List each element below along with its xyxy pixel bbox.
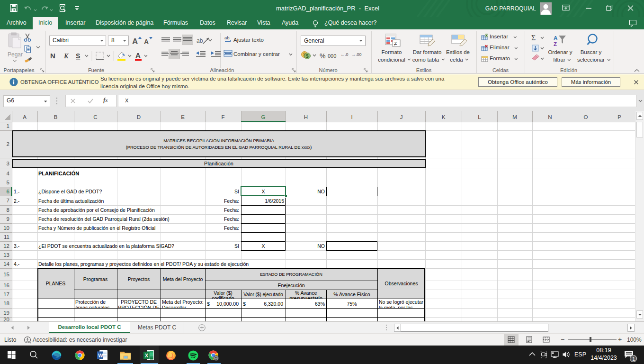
svg-text:Fecha de última actualización: Fecha de última actualización: [38, 198, 104, 204]
svg-text:18: 18: [3, 300, 9, 306]
svg-text:15: 15: [3, 272, 9, 277]
svg-text:9: 9: [7, 216, 9, 222]
svg-text:6,320.00: 6,320.00: [264, 301, 283, 307]
svg-text:000: 000: [328, 53, 336, 59]
svg-text:N: N: [50, 52, 55, 60]
svg-text:17: 17: [3, 291, 9, 297]
svg-text:K: K: [442, 114, 446, 120]
svg-text:1: 1: [7, 123, 9, 129]
svg-text:Fecha:: Fecha:: [224, 198, 239, 204]
svg-text:20: 20: [3, 317, 9, 322]
svg-text:13: 13: [3, 252, 9, 258]
svg-text:X: X: [261, 189, 265, 194]
svg-text:Z: Z: [554, 41, 557, 47]
svg-text:¿El PDOT se encuentra actualiz: ¿El PDOT se encuentra actualizado en la …: [38, 243, 174, 249]
svg-text:Valor ($) ejecutado: Valor ($) ejecutado: [243, 292, 283, 297]
svg-text:→.00: →.00: [351, 52, 362, 57]
svg-text:$: $: [243, 301, 246, 307]
svg-text:PROYECTO DE: PROYECTO DE: [121, 299, 157, 305]
svg-text:E: E: [181, 114, 185, 120]
svg-text:Proyectos: Proyectos: [128, 276, 150, 282]
svg-text:63%: 63%: [315, 301, 325, 307]
svg-text:1: 1: [632, 356, 635, 362]
svg-text:W: W: [98, 353, 103, 358]
svg-text:D: D: [137, 114, 141, 120]
svg-text:14: 14: [3, 261, 9, 267]
svg-text:L: L: [478, 114, 481, 120]
svg-text:A: A: [144, 38, 149, 46]
svg-text:Fecha:: Fecha:: [224, 207, 239, 213]
svg-text:6: 6: [7, 189, 9, 194]
svg-text:16: 16: [3, 282, 9, 288]
svg-text:Meta del Proyecto: Meta del Proyecto: [163, 276, 203, 282]
svg-text:X: X: [145, 353, 148, 358]
svg-text:Fecha y Número de publicación: Fecha y Número de publicación en el Regi…: [38, 225, 155, 231]
svg-text:ab: ab: [197, 37, 203, 44]
svg-text:G: G: [261, 114, 266, 120]
svg-text:←.0: ←.0: [340, 52, 349, 57]
svg-text:ESTADO DE PROGRAMACIÓN: ESTADO DE PROGRAMACIÓN: [260, 272, 322, 277]
svg-text:NO: NO: [317, 189, 325, 194]
svg-text:$: $: [207, 301, 210, 307]
svg-text:% Avance: % Avance: [295, 290, 317, 296]
svg-text:Enejecución: Enejecución: [277, 282, 304, 288]
svg-text:Σ: Σ: [531, 34, 536, 42]
svg-text:1/6/2015: 1/6/2015: [265, 198, 284, 204]
svg-text:4.-: 4.-: [14, 261, 20, 267]
svg-text:Fecha de resolución del GAD Pa: Fecha de resolución del GAD Parroquial R…: [38, 216, 170, 222]
svg-text:3: 3: [7, 161, 9, 166]
svg-text:A: A: [132, 37, 138, 46]
svg-text:5: 5: [7, 180, 9, 185]
svg-text:10,000.00: 10,000.00: [216, 301, 239, 307]
svg-text:Detalle los planes, programas: Detalle los planes, programas y proyecto…: [38, 261, 249, 267]
svg-text:A: A: [135, 51, 141, 59]
svg-text:N: N: [548, 114, 552, 120]
svg-text:PLANES: PLANES: [46, 281, 65, 286]
svg-text:10: 10: [3, 225, 9, 231]
svg-text:11: 11: [4, 234, 9, 240]
svg-text:% Avance Físico: % Avance Físico: [333, 291, 370, 297]
svg-text:S: S: [76, 52, 80, 60]
svg-text:19: 19: [3, 310, 9, 316]
svg-text:Fecha:: Fecha:: [224, 216, 239, 222]
svg-text:P: P: [617, 114, 621, 120]
svg-text:H: H: [304, 114, 308, 120]
svg-text:(PROCESO DE TRANSICIÓN DE AUTO: (PROCESO DE TRANSICIÓN DE AUTORIDADES EN…: [126, 145, 312, 150]
svg-text:B: B: [54, 114, 58, 120]
svg-text:No se logró ejecutar: No se logró ejecutar: [379, 299, 423, 305]
svg-text:SI: SI: [234, 189, 239, 194]
svg-text:2.-: 2.-: [14, 198, 20, 204]
svg-text:K: K: [63, 53, 69, 60]
svg-text:Protección de: Protección de: [75, 299, 106, 305]
svg-text:O: O: [584, 114, 588, 120]
svg-text:Pegar: Pegar: [8, 51, 23, 58]
svg-text:Planificación: Planificación: [204, 161, 233, 166]
svg-text:Valor ($): Valor ($): [214, 290, 232, 296]
svg-text:X: X: [261, 243, 265, 249]
svg-text:A: A: [554, 35, 557, 41]
svg-text:M: M: [512, 114, 517, 120]
svg-text:PLANIFICACIÓN: PLANIFICACIÓN: [38, 171, 79, 176]
svg-text:7: 7: [7, 198, 9, 203]
svg-text:%: %: [320, 52, 325, 60]
svg-text:Fecha:: Fecha:: [224, 225, 239, 231]
svg-text:C: C: [93, 114, 97, 120]
svg-text:75%: 75%: [347, 301, 357, 307]
svg-text:Fecha de aprobación por el Con: Fecha de aprobación por el Consejo de Pl…: [38, 207, 155, 213]
svg-text:ab: ab: [224, 35, 230, 40]
svg-text:4: 4: [7, 171, 10, 176]
svg-text:NO: NO: [317, 243, 325, 249]
svg-text:Meta del Proyecto:: Meta del Proyecto:: [162, 299, 204, 305]
svg-text:¿Dispone el GAD de PDOT?: ¿Dispone el GAD de PDOT?: [38, 189, 102, 194]
svg-text:SI: SI: [234, 243, 239, 249]
svg-text:MATRICES RECOPILACION INFORMAC: MATRICES RECOPILACION INFORMACIÓN PRIMAR…: [163, 138, 274, 143]
svg-text:I: I: [351, 114, 352, 120]
svg-text:Programas: Programas: [83, 276, 107, 282]
svg-text:2: 2: [7, 141, 9, 147]
svg-text:F: F: [221, 114, 224, 120]
svg-text:$: $: [306, 54, 309, 59]
svg-text:J: J: [400, 114, 403, 120]
svg-text:1.-: 1.-: [14, 189, 20, 194]
svg-text:≠: ≠: [394, 40, 397, 47]
svg-text:A: A: [23, 114, 27, 120]
